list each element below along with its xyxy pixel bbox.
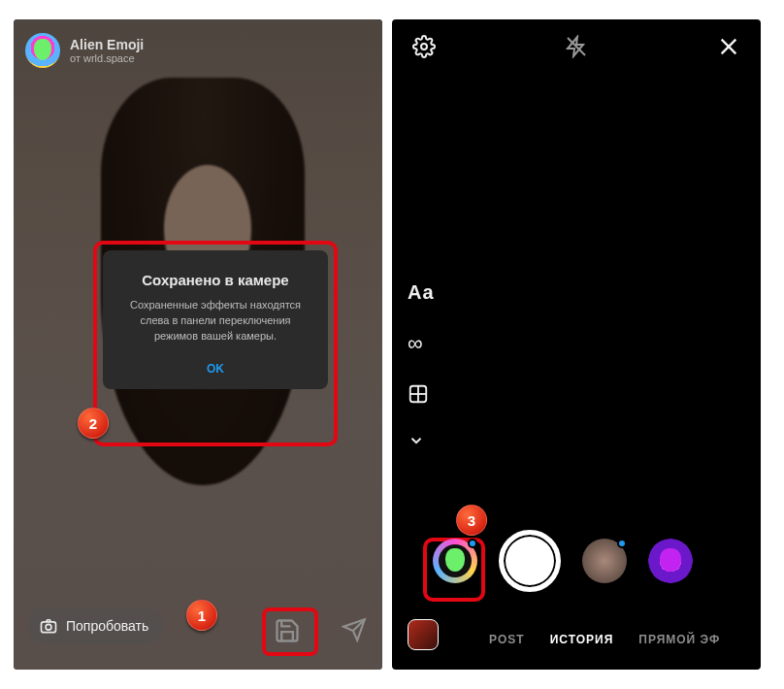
effect-item-2[interactable]	[582, 539, 627, 583]
svg-point-1	[46, 624, 51, 630]
expand-tools-button[interactable]	[408, 432, 435, 449]
save-effect-icon[interactable]	[274, 617, 301, 644]
annotation-badge-1: 1	[186, 600, 217, 631]
close-icon[interactable]	[714, 32, 743, 61]
annotation-badge-2: 2	[78, 408, 109, 439]
effect-preview-screen: Alien Emoji от wrld.space Сохранено в ка…	[14, 19, 382, 670]
share-icon[interactable]	[342, 617, 367, 642]
story-camera-screen: Aa ∞ POST ИСТОРИЯ ПРЯМОЙ ЭФ	[392, 19, 761, 670]
dialog-ok-button[interactable]: OK	[207, 362, 224, 376]
text-mode-button[interactable]: Aa	[408, 281, 435, 304]
svg-rect-0	[42, 622, 56, 633]
annotation-badge-3: 3	[456, 505, 487, 536]
effect-avatar-icon	[25, 33, 60, 68]
mode-post[interactable]: POST	[489, 633, 525, 646]
effect-item-3[interactable]	[648, 539, 693, 583]
dialog-body: Сохраненные эффекты находятся слева в па…	[120, 298, 310, 344]
effect-header[interactable]: Alien Emoji от wrld.space	[25, 33, 144, 68]
gallery-button[interactable]	[408, 619, 439, 650]
effect-author: от wrld.space	[70, 52, 144, 64]
try-effect-label: Попробовать	[66, 618, 148, 634]
settings-icon[interactable]	[409, 32, 439, 61]
layout-button[interactable]	[408, 383, 435, 405]
camera-icon	[39, 616, 58, 636]
effect-title: Alien Emoji	[70, 37, 144, 52]
saved-dialog: Сохранено в камере Сохраненные эффекты н…	[103, 250, 328, 389]
camera-mode-switcher[interactable]: POST ИСТОРИЯ ПРЯМОЙ ЭФ	[489, 633, 761, 646]
boomerang-button[interactable]: ∞	[408, 331, 435, 356]
svg-point-2	[421, 44, 427, 49]
mode-story[interactable]: ИСТОРИЯ	[550, 633, 614, 646]
mode-live[interactable]: ПРЯМОЙ ЭФ	[638, 633, 720, 646]
try-effect-button[interactable]: Попробовать	[27, 607, 164, 644]
effect-tray[interactable]	[392, 528, 761, 594]
flash-off-icon[interactable]	[562, 32, 591, 61]
shutter-button[interactable]	[499, 530, 561, 592]
dialog-title: Сохранено в камере	[120, 272, 310, 288]
effect-alien-emoji[interactable]	[433, 539, 477, 583]
